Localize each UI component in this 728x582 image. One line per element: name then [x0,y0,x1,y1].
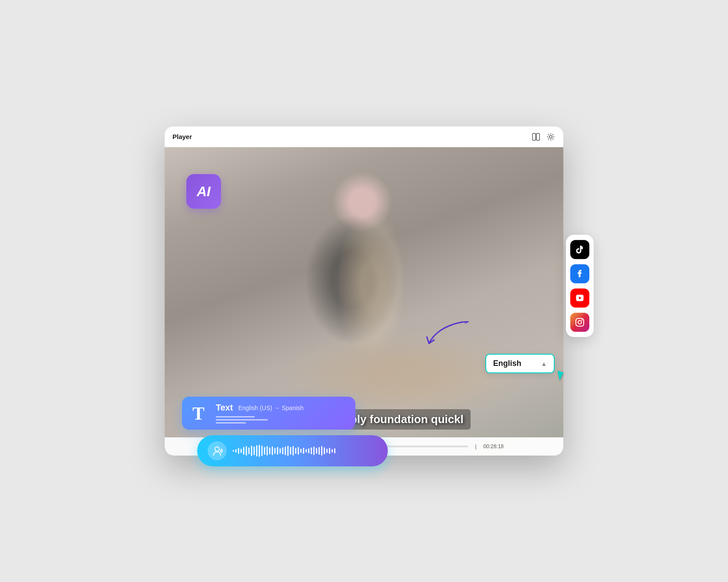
waveform-bar [324,447,325,454]
title-bar-icons [531,132,556,142]
waveform-bar [311,447,312,454]
waveform-bar [235,449,237,453]
waveform-bar [285,446,286,455]
title-bar: Player [165,126,563,147]
social-youtube-button[interactable] [570,288,589,307]
waveform-bar [290,447,291,455]
waveform-bar [318,447,320,455]
waveform-bar [240,449,242,453]
waveform-bar [238,448,239,454]
audio-card [197,435,388,466]
social-tiktok-button[interactable] [570,240,589,259]
social-facebook-button[interactable] [570,264,589,283]
text-line-3 [216,422,246,424]
waveform-bar [298,447,299,455]
social-panel [566,235,594,337]
svg-point-9 [215,447,219,451]
waveform-bar [259,445,260,457]
waveform-bar [313,446,315,455]
waveform-bar [248,447,250,454]
waveform-bar [292,446,294,456]
settings-icon[interactable] [546,132,556,142]
waveform-bar [233,450,234,452]
svg-point-5 [582,319,583,320]
waveform-bar [316,448,317,454]
text-card-translation: English (US) → Spanish [238,404,304,411]
waveform-bar [332,449,333,453]
ai-badge[interactable]: AI [186,174,221,209]
svg-point-4 [578,320,582,324]
ai-badge-label: AI [197,184,211,200]
waveform-bar [266,446,268,456]
waveform-bar [326,449,328,453]
waveform-bar [329,448,330,454]
waveform-bar [269,447,270,454]
svg-text:T: T [192,404,205,422]
waveform-bar [287,446,289,456]
svg-point-2 [549,136,552,138]
waveform-bar [274,448,276,454]
waveform-bar [334,448,335,453]
waveform-bar [261,446,263,456]
layout-icon[interactable] [531,132,541,142]
waveform-bar [300,449,302,453]
scene-wrapper: Player [147,74,581,508]
language-selected: English [493,359,536,368]
waveform [233,445,377,457]
svg-rect-0 [533,133,536,140]
waveform-bar [308,448,309,453]
cursor-arrow [556,372,562,380]
waveform-bar [277,447,278,455]
text-card-info: Text English (US) → Spanish [216,403,304,424]
time-total: | [475,443,476,449]
waveform-bar [321,446,322,456]
waveform-bar [254,446,255,455]
waveform-bar [256,445,257,456]
language-dropdown[interactable]: English ▲ [485,354,555,373]
text-line-1 [216,416,255,417]
waveform-bar [272,446,273,455]
audio-icon [208,441,227,460]
text-card-label: Text [216,403,233,413]
player-title: Player [172,133,192,140]
chevron-up-icon: ▲ [541,360,547,367]
waveform-bar [264,447,265,455]
waveform-bar [282,447,283,454]
waveform-bar [243,447,244,455]
waveform-bar [246,446,247,456]
waveform-bar [306,449,307,453]
time-total-value: 00:28:18 [484,443,504,449]
social-instagram-button[interactable] [570,313,589,332]
waveform-bar [251,446,252,456]
text-translation-card: T Text English (US) → Spanish [182,397,355,430]
text-icon: T [192,404,210,422]
text-line-2 [216,419,268,420]
waveform-bar [280,448,281,453]
waveform-bar [295,448,296,454]
svg-rect-1 [536,133,540,140]
waveform-bar [303,448,304,454]
